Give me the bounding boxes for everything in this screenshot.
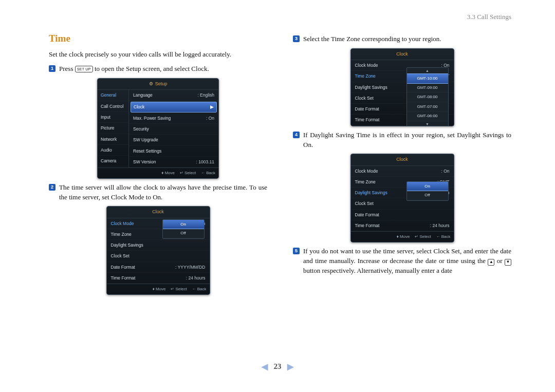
list-item: Picture [98,123,128,134]
down-key-icon: ▼ [505,259,511,266]
chevron-down-icon: ▼ [407,121,448,126]
step-badge: 4 [293,132,300,138]
step-3: 3 Select the Time Zone corresponding to … [293,34,511,44]
page-number: 23 [274,362,282,370]
setup-key-icon: SET UP [75,66,93,72]
clock-set-label: Clock Set [434,247,460,255]
move-hint: ♦ Move [161,170,175,176]
next-page-icon[interactable]: ▶ [283,362,298,371]
up-key-icon: ▲ [488,259,494,266]
step-badge: 2 [49,184,55,191]
gear-icon [149,81,153,87]
list-item: Input [98,112,128,123]
step-2-text: The time server will allow the clock to … [59,183,267,202]
step-5: 5 If you do not want to use the time ser… [293,247,511,276]
osd-setup-options: Language: English Clock▶ Max. Power Savi… [129,90,218,167]
step-5-text: If you do not want to use the time serve… [303,247,511,276]
step-3-text: Select the Time Zone corresponding to yo… [303,34,511,44]
step-1-text: Press SET UP to open the Setup screen, a… [59,64,267,74]
right-column: 3 Select the Time Zone corresponding to … [293,31,511,299]
back-hint: ← Back [201,170,215,176]
step-2: 2 The time server will allow the clock t… [49,183,267,202]
osd-dropdown: ▲ GMT-10:00 GMT-09:00 GMT-08:00 GMT-07:0… [406,67,449,126]
step-badge: 1 [49,65,55,72]
left-column: Time Set the clock precisely so your vid… [49,31,267,299]
page-nav: ◀ 23 ▶ [0,362,555,371]
intro-text: Set the clock precisely so your video ca… [49,50,267,60]
list-item: Audio [98,145,128,156]
list-item: Camera [98,156,128,166]
step-badge: 3 [293,35,300,42]
step-1: 1 Press SET UP to open the Setup screen,… [49,64,267,74]
osd-dropdown: On Off [406,181,449,201]
osd-daylight: Clock Clock Mode: On Time Zone: GMT Dayl… [350,154,454,242]
section-title: Time [49,31,267,46]
list-item: Network [98,134,128,145]
step-4-text: If Daylight Saving Time is in effect in … [303,130,511,150]
select-hint: ↵ Select [180,170,196,176]
osd-clock-mode: Clock Clock Mode: On Time Zone Daylight … [106,206,210,295]
osd-timezone: Clock Clock Mode: On Time Zone: GMT Dayl… [350,48,454,126]
prev-page-icon[interactable]: ◀ [257,362,272,371]
breadcrumb: 3.3 Call Settings [49,13,511,21]
step-badge: 5 [293,248,300,254]
step-4: 4 If Daylight Saving Time is in effect i… [293,130,511,150]
osd-dropdown: On Off [162,219,205,239]
chevron-right-icon: ▶ [210,104,214,110]
list-item: Call Control [98,101,128,112]
osd-setup: Setup General Call Control Input Picture… [97,78,219,179]
osd-highlight-row: Clock▶ [131,102,217,113]
list-item: General [98,90,128,101]
osd-setup-categories: General Call Control Input Picture Netwo… [98,90,129,167]
